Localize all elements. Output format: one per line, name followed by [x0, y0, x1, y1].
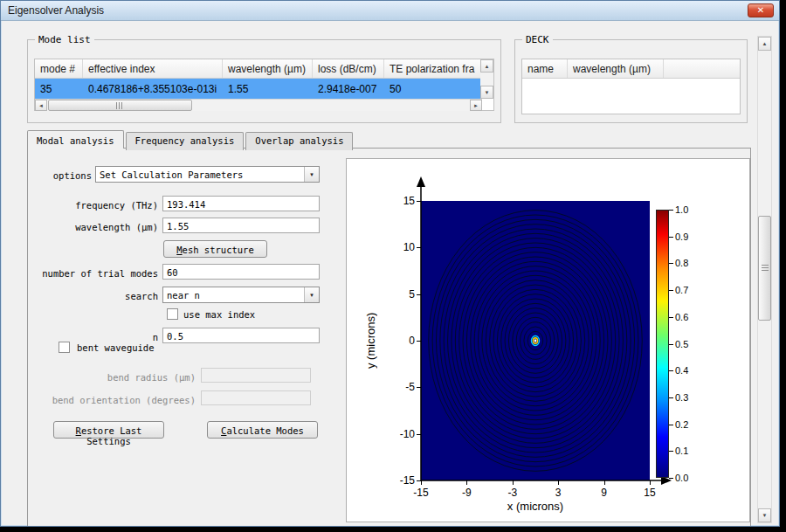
scrollbar-thumb[interactable] — [48, 100, 192, 111]
colorbar-tick — [669, 425, 673, 425]
colorbar-tick — [669, 478, 673, 479]
bend-orientation-label: bend orientation (degrees) — [43, 395, 196, 405]
mode-list-cell: 2.9418e-007 — [313, 79, 384, 99]
mode-list-row[interactable]: 350.4678186+8.355103e-013i1.552.9418e-00… — [35, 79, 493, 99]
scroll-down-icon[interactable]: ▼ — [758, 508, 771, 522]
chevron-down-icon[interactable]: ▼ — [304, 167, 319, 182]
mode-list-column-header[interactable]: TE polarization fra — [384, 59, 482, 78]
calculate-modes-button[interactable]: Calculate Modes — [207, 421, 318, 439]
restore-last-settings-button-label: Restore Last Settings — [54, 425, 163, 446]
scroll-left-icon[interactable]: ◄ — [35, 100, 47, 111]
colorbar-tick-label: 0.2 — [675, 419, 688, 430]
x-axis-tick-label: -9 — [453, 487, 479, 499]
y-axis-tick-label: -5 — [389, 381, 415, 393]
y-axis-tick — [417, 341, 421, 342]
y-axis-tick — [417, 294, 421, 295]
restore-last-settings-button[interactable]: Restore Last Settings — [53, 421, 164, 439]
y-axis-tick-label: -10 — [389, 428, 415, 440]
colorbar-tick — [669, 237, 673, 238]
colorbar-tick — [669, 370, 673, 371]
tab-overlap-analysis[interactable]: Overlap analysis — [245, 132, 353, 150]
eigensolver-analysis-window: Eigensolver Analysis ✕ Mode list mode #e… — [0, 0, 780, 527]
close-button[interactable]: ✕ — [748, 3, 774, 17]
mode-list-column-header[interactable]: effective index — [83, 59, 223, 78]
frequency-label: frequency (THz) — [27, 200, 158, 211]
y-axis-tick — [417, 247, 421, 248]
y-axis-tick — [417, 201, 421, 202]
y-axis-arrow-icon — [417, 176, 425, 187]
colorbar-tick — [669, 451, 673, 452]
colorbar — [656, 210, 669, 478]
colorbar-tick — [669, 397, 673, 398]
use-max-index-checkbox[interactable] — [167, 308, 178, 320]
window-title: Eigensolver Analysis — [1, 4, 104, 17]
colorbar-tick — [669, 210, 673, 211]
title-bar[interactable]: Eigensolver Analysis ✕ — [1, 1, 779, 21]
scroll-right-icon[interactable]: ► — [470, 100, 482, 111]
y-axis-tick-label: 0 — [389, 335, 415, 347]
mode-list-cell: 0.4678186+8.355103e-013i — [83, 79, 223, 99]
tab-frequency-analysis[interactable]: Frequency analysis — [126, 132, 245, 150]
x-axis-tick — [421, 480, 422, 485]
bent-waveguide-label: bent waveguide — [74, 342, 157, 353]
wavelength-input[interactable] — [162, 218, 320, 233]
colorbar-tick — [669, 263, 673, 264]
n-input[interactable] — [162, 328, 320, 343]
colorbar-tick — [669, 317, 673, 318]
trial-modes-label: number of trial modes — [18, 268, 158, 279]
colorbar-tick-label: 0.7 — [675, 285, 688, 295]
mode-list-table: mode #effective indexwavelength (µm)loss… — [34, 59, 494, 111]
mode-list-column-header[interactable]: loss (dB/cm) — [313, 59, 384, 78]
bent-waveguide-checkbox[interactable] — [59, 342, 70, 353]
x-axis-tick-label: 9 — [591, 487, 617, 499]
scroll-down-icon[interactable]: ▼ — [480, 86, 493, 99]
y-axis-title: y (microns) — [364, 262, 377, 419]
mode-list-cell: 35 — [35, 79, 83, 99]
colorbar-tick-label: 1.0 — [675, 204, 688, 215]
tab-modal-analysis[interactable]: Modal analysis — [27, 130, 124, 149]
x-axis-tick — [466, 480, 467, 485]
x-axis-tick — [558, 480, 559, 485]
bend-radius-input[interactable] — [201, 368, 311, 383]
scroll-up-icon[interactable]: ▲ — [758, 37, 771, 51]
mode-list-column-header[interactable]: wavelength (µm) — [223, 59, 313, 78]
x-axis-title: x (microns) — [421, 500, 650, 513]
deck-table: namewavelength (µm) — [521, 59, 741, 114]
x-axis-tick — [650, 480, 651, 485]
deck-column-header[interactable]: wavelength (µm) — [568, 59, 664, 78]
colorbar-tick-label: 0.9 — [675, 231, 688, 242]
mesh-structure-button[interactable]: Mesh structure — [163, 240, 267, 258]
colorbar-tick-label: 0.4 — [675, 365, 688, 376]
chevron-down-icon[interactable]: ▼ — [304, 287, 319, 302]
search-dropdown[interactable]: near n ▼ — [162, 287, 320, 303]
colorbar-tick-label: 0.8 — [675, 258, 688, 268]
options-dropdown-value: Set Calculation Parameters — [96, 167, 319, 180]
options-dropdown[interactable]: Set Calculation Parameters ▼ — [95, 166, 320, 183]
x-axis-tick-label: -3 — [500, 487, 526, 499]
n-label: n — [27, 332, 158, 342]
colorbar-tick — [669, 290, 673, 291]
frequency-input[interactable] — [162, 196, 320, 211]
scrollbar-thumb[interactable] — [758, 216, 771, 321]
wavelength-label: wavelength (µm) — [27, 222, 158, 232]
mode-list-cell: 50 — [384, 79, 482, 99]
y-axis-tick-label: 10 — [389, 241, 415, 253]
deck-group-label: DECK — [522, 34, 553, 45]
y-axis-tick — [417, 480, 421, 481]
deck-column-header[interactable]: name — [522, 59, 568, 78]
mode-list-vertical-scrollbar[interactable]: ▲ ▼ — [480, 59, 493, 99]
y-axis-tick-label: 15 — [389, 195, 415, 207]
mode-list-horizontal-scrollbar[interactable]: ◄ ► — [35, 99, 482, 111]
trial-modes-input[interactable] — [162, 264, 320, 280]
y-axis-tick-label: -15 — [389, 474, 415, 487]
colorbar-tick — [669, 344, 673, 345]
colorbar-tick-label: 0.5 — [675, 339, 688, 349]
scroll-up-icon[interactable]: ▲ — [480, 59, 493, 73]
dialog-vertical-scrollbar[interactable]: ▲ ▼ — [757, 36, 772, 523]
colorbar-tick-label: 0.6 — [675, 312, 688, 322]
mode-list-column-header[interactable]: mode # — [35, 59, 83, 78]
x-axis-tick — [513, 480, 514, 485]
bend-orientation-input[interactable] — [201, 390, 311, 405]
search-dropdown-value: near n — [163, 287, 319, 301]
bend-radius-label: bend radius (µm) — [62, 372, 196, 383]
